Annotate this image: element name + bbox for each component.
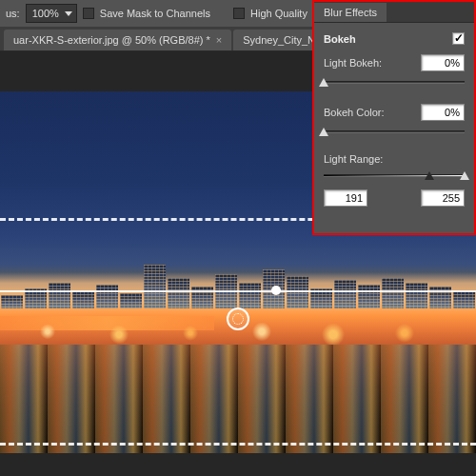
light-range-slider[interactable] xyxy=(324,169,465,184)
panel-tabbar: Blur Effects xyxy=(314,2,474,23)
bokeh-section-title: Bokeh xyxy=(324,33,356,45)
high-quality-checkbox[interactable] xyxy=(233,8,245,19)
blur-ring-handle[interactable] xyxy=(227,307,249,330)
light-bokeh-value[interactable]: 0% xyxy=(421,54,465,71)
water-reflections xyxy=(0,345,476,453)
tab-label: uar-XKR-S-exterior.jpg @ 50% (RGB/8#) * xyxy=(13,34,210,46)
city-skyline xyxy=(0,265,476,308)
focus-dropdown[interactable]: 100% xyxy=(26,4,77,23)
blur-focus-line[interactable] xyxy=(0,290,476,292)
light-bokeh-slider[interactable] xyxy=(324,75,465,90)
blur-effects-panel: Blur Effects Bokeh Light Bokeh: 0% Bokeh… xyxy=(312,0,476,235)
bokeh-toggle-checkbox[interactable] xyxy=(452,32,465,45)
center-handle[interactable] xyxy=(271,286,281,295)
light-range-label: Light Range: xyxy=(324,153,383,165)
panel-tab-blur-effects[interactable]: Blur Effects xyxy=(314,3,387,22)
close-icon[interactable]: × xyxy=(216,34,222,46)
light-range-low[interactable]: 191 xyxy=(324,189,367,207)
document-tab[interactable]: uar-XKR-S-exterior.jpg @ 50% (RGB/8#) * … xyxy=(4,30,231,50)
high-quality-label: High Quality xyxy=(250,8,307,19)
light-range-high[interactable]: 255 xyxy=(421,189,465,207)
bokeh-color-slider[interactable] xyxy=(324,125,465,140)
focus-value: 100% xyxy=(32,8,59,19)
light-bokeh-label: Light Bokeh: xyxy=(324,57,382,69)
bokeh-color-value[interactable]: 0% xyxy=(421,104,465,121)
blur-guide-bottom[interactable] xyxy=(0,443,476,446)
focus-label: us: xyxy=(6,8,20,19)
bokeh-color-label: Bokeh Color: xyxy=(324,107,385,118)
save-mask-checkbox[interactable] xyxy=(83,8,94,19)
save-mask-label: Save Mask to Channels xyxy=(100,8,210,19)
